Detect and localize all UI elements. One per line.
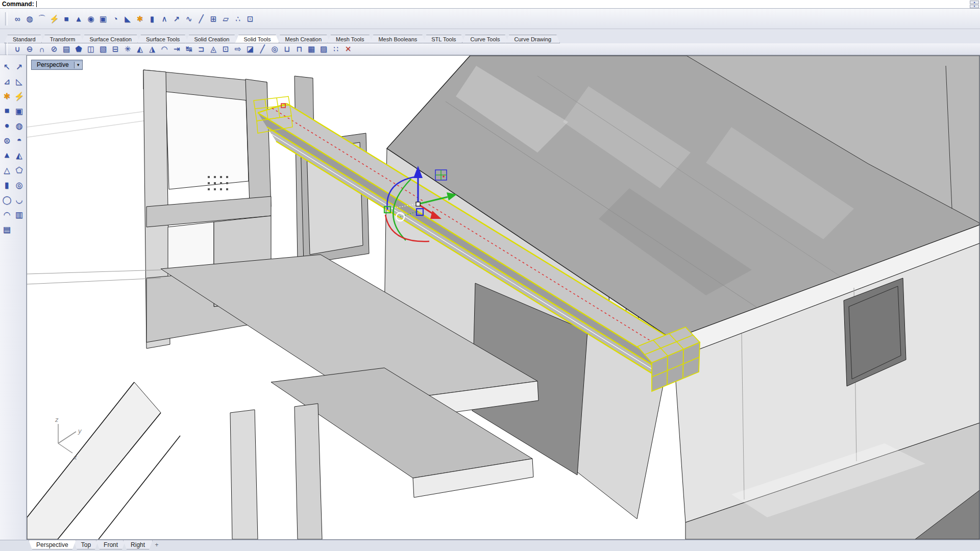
arc-edit-icon[interactable]: ⌒ bbox=[36, 13, 47, 24]
boolean-split-icon[interactable]: ⊘ bbox=[48, 43, 60, 55]
tab-curve-tools[interactable]: Curve Tools bbox=[462, 35, 509, 43]
extrude-to-point-icon[interactable]: ◬ bbox=[208, 43, 219, 55]
solid-edit-icon[interactable]: ▤ bbox=[61, 43, 72, 55]
curve-handles-icon[interactable]: ∿ bbox=[183, 13, 194, 24]
scene-3d[interactable]: z y x bbox=[27, 56, 979, 539]
explode-icon[interactable]: ⚡ bbox=[48, 13, 60, 24]
extrude-surface-icon[interactable]: ▤ bbox=[1, 223, 13, 235]
boolean-intersection-icon[interactable]: ∩ bbox=[36, 43, 47, 55]
tab-mesh-tools[interactable]: Mesh Tools bbox=[327, 35, 373, 43]
truncated-pyramid-icon[interactable]: ⬠ bbox=[13, 164, 26, 176]
solid-points-on-icon[interactable]: ⊡ bbox=[220, 43, 231, 55]
sphere-wireframe-icon[interactable]: ◍ bbox=[24, 13, 35, 24]
gumball-center-handle[interactable] bbox=[416, 202, 420, 206]
zoom-target-icon[interactable]: ◉ bbox=[85, 13, 96, 24]
shell-icon[interactable]: ▧ bbox=[97, 43, 109, 55]
tab-solid-creation[interactable]: Solid Creation bbox=[185, 35, 238, 43]
extrude-both-sides-icon[interactable]: ↹ bbox=[183, 43, 194, 55]
tab-curve-drawing[interactable]: Curve Drawing bbox=[505, 35, 560, 43]
fillet-box-icon[interactable]: ▣ bbox=[97, 13, 109, 24]
perspective-viewport[interactable]: Perspective ▼ bbox=[27, 55, 980, 540]
tube-icon[interactable]: ◎ bbox=[13, 179, 26, 191]
extrude-to-boundary-icon[interactable]: ⊐ bbox=[195, 43, 207, 55]
tab-standard[interactable]: Standard bbox=[4, 35, 44, 43]
grid-array-icon[interactable]: ⊞ bbox=[208, 13, 219, 24]
split-face-icon[interactable]: ◪ bbox=[244, 43, 256, 55]
sphere-points-icon[interactable]: ◍ bbox=[13, 119, 26, 132]
viewport-tab-perspective[interactable]: Perspective bbox=[29, 540, 76, 549]
explode-solid-icon[interactable]: ✳ bbox=[122, 43, 133, 55]
polyline-icon[interactable]: ∧ bbox=[159, 13, 170, 24]
plane-icon[interactable]: ▱ bbox=[220, 13, 231, 24]
line-icon[interactable]: ╱ bbox=[195, 13, 207, 24]
grid-dots-icon[interactable]: ∷ bbox=[330, 43, 341, 55]
sphere-grid-icon[interactable]: ◔ bbox=[110, 13, 121, 24]
extrude-straight-icon[interactable]: ⇥ bbox=[171, 43, 182, 55]
tab-mesh-booleans[interactable]: Mesh Booleans bbox=[370, 35, 426, 43]
tab-transform[interactable]: Transform bbox=[41, 35, 84, 43]
command-prompt: Command: bbox=[0, 1, 34, 8]
cone-icon[interactable]: ▲ bbox=[73, 13, 84, 24]
box-points-icon[interactable]: ▣ bbox=[13, 105, 26, 117]
cylinder-icon[interactable]: ▮ bbox=[1, 179, 13, 191]
box-icon[interactable]: ■ bbox=[61, 13, 72, 24]
slice-icon[interactable]: ╱ bbox=[257, 43, 268, 55]
extract-surface-icon[interactable]: ◫ bbox=[85, 43, 96, 55]
pin-hole-icon[interactable]: ⊓ bbox=[293, 43, 305, 55]
cylinder-icon[interactable]: ▮ bbox=[146, 13, 158, 24]
sphere-icon[interactable]: ● bbox=[1, 119, 13, 132]
torus-icon[interactable]: ◯ bbox=[1, 193, 13, 206]
truncated-cone-icon[interactable]: ◭ bbox=[13, 149, 26, 161]
viewport-tab-front[interactable]: Front bbox=[96, 540, 126, 549]
explode-lightning-icon[interactable]: ⚡ bbox=[13, 90, 26, 102]
delete-hole-icon[interactable]: ✕ bbox=[342, 43, 354, 55]
pipe-icon[interactable]: ◠ bbox=[1, 208, 13, 220]
boolean-union-icon[interactable]: ∪ bbox=[12, 43, 23, 55]
fillet-edge-icon[interactable]: ◠ bbox=[159, 43, 170, 55]
box-icon[interactable]: ■ bbox=[1, 105, 13, 117]
wedge-alt-icon[interactable]: ◮ bbox=[146, 43, 158, 55]
viewport-tab-top[interactable]: Top bbox=[74, 540, 99, 549]
picture-frame-icon[interactable]: ⊡ bbox=[244, 13, 256, 24]
command-history-up-button[interactable]: ▲ bbox=[970, 1, 979, 4]
tab-mesh-creation[interactable]: Mesh Creation bbox=[276, 35, 330, 43]
puzzle-icon[interactable]: ✱ bbox=[134, 13, 145, 24]
command-bar[interactable]: Command: ▲ ▼ bbox=[0, 0, 980, 9]
point-cloud-icon[interactable]: ∴ bbox=[232, 13, 243, 24]
cone-icon[interactable]: ▲ bbox=[1, 149, 13, 161]
wedge-icon[interactable]: ◭ bbox=[134, 43, 145, 55]
cap-holes-icon[interactable]: ⊟ bbox=[110, 43, 121, 55]
cutter-icon[interactable]: ◣ bbox=[122, 13, 133, 24]
boolean-difference-icon[interactable]: ⊖ bbox=[24, 43, 35, 55]
command-history-down-button[interactable]: ▼ bbox=[970, 5, 979, 8]
split-icon[interactable]: ◺ bbox=[13, 75, 26, 87]
toolbar-grip[interactable] bbox=[5, 42, 8, 56]
polyhedron-icon[interactable]: ⬟ bbox=[73, 43, 84, 55]
grid-medium-icon[interactable]: ▨ bbox=[318, 43, 329, 55]
tab-surface-creation[interactable]: Surface Creation bbox=[81, 35, 140, 43]
grid-heavy-icon[interactable]: ▦ bbox=[306, 43, 317, 55]
select-pointer-icon[interactable]: ↖ bbox=[1, 60, 13, 72]
viewport-title-tab[interactable]: Perspective ▼ bbox=[31, 60, 83, 70]
extrude-box-icon[interactable]: ▥ bbox=[13, 208, 26, 220]
pyramid-icon[interactable]: △ bbox=[1, 164, 13, 176]
move-handle-icon[interactable]: ↗ bbox=[13, 60, 26, 72]
pipe-elbow-icon[interactable]: ◡ bbox=[13, 193, 26, 206]
tab-surface-tools[interactable]: Surface Tools bbox=[137, 35, 188, 43]
viewport-tab-right[interactable]: Right bbox=[123, 540, 153, 549]
move-face-icon[interactable]: ⇨ bbox=[232, 43, 243, 55]
round-hole-icon[interactable]: ◎ bbox=[269, 43, 280, 55]
viewport-menu-chevron-down-icon[interactable]: ▼ bbox=[74, 62, 82, 68]
tab-solid-tools[interactable]: Solid Tools bbox=[235, 35, 279, 43]
toolbar-grip[interactable] bbox=[5, 12, 8, 26]
tab-stl-tools[interactable]: STL Tools bbox=[423, 35, 464, 43]
trim-icon[interactable]: ⊿ bbox=[1, 75, 13, 87]
ellipsoid-icon[interactable]: ⊜ bbox=[1, 134, 13, 146]
box-hole-icon[interactable]: ⊔ bbox=[281, 43, 292, 55]
explode-puzzle-icon[interactable]: ✱ bbox=[1, 90, 13, 102]
move-point-icon[interactable]: ↗ bbox=[171, 13, 182, 24]
main-toolbar-icons: ∞◍⌒⚡■▲◉▣◔◣✱▮∧↗∿╱⊞▱∴⊡ bbox=[12, 13, 256, 24]
solid-toolbar-icons: ∪⊖∩⊘▤⬟◫▧⊟✳◭◮◠⇥↹⊐◬⊡⇨◪╱◎⊔⊓▦▨∷✕ bbox=[12, 43, 354, 55]
paraboloid-icon[interactable]: ◓ bbox=[13, 134, 26, 146]
sphere-union-icon[interactable]: ∞ bbox=[12, 13, 23, 24]
